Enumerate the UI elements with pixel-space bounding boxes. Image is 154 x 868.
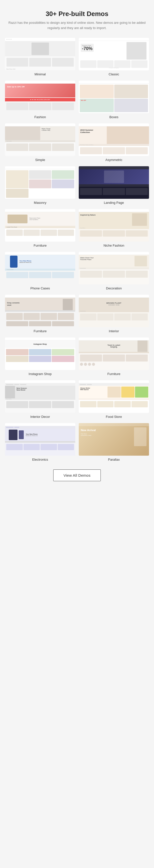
demo-thumbnail-landing[interactable]	[79, 166, 149, 199]
demo-item-phone[interactable]: Your New Phone Needs the Perfect Art Tre…	[5, 252, 75, 290]
demo-label-interior: Interior	[109, 329, 119, 333]
demo-item-niche[interactable]: Inspired by Nature Top Sellers Niche Fas…	[79, 209, 149, 247]
demo-item-decoration[interactable]: Make Home YourFavorite Place New Arrival…	[79, 252, 149, 290]
demo-label-asymmetric: Asymmetric	[106, 158, 122, 162]
view-all-section: View All Demos	[5, 469, 149, 481]
view-all-button[interactable]: View All Demos	[53, 469, 101, 481]
demo-item-fashion[interactable]: Sale up to 10% Off ★ ★ ★ ★ ★ EXTRA 10% O…	[5, 81, 75, 119]
demo-thumbnail-instagram[interactable]: Instagram Shop	[5, 338, 75, 370]
demo-item-furniture3[interactable]: Towel & a planthanging. Furniture	[79, 338, 149, 376]
demo-thumbnail-simple[interactable]: Better Thingsa Better Way Best Sellers	[5, 123, 75, 156]
demo-label-furniture1: Furniture	[34, 244, 46, 247]
demo-thumbnail-electronics[interactable]: Your New Phone Needs the Perfect Art	[5, 423, 75, 456]
section-header: 30+ Pre-built Demos Razzi has the possib…	[5, 10, 149, 31]
demo-thumbnail-furniture3[interactable]: Towel & a planthanging.	[79, 338, 149, 370]
demo-thumbnail-classic[interactable]: Summer Sale -70% Shop by Category	[79, 38, 149, 70]
demo-thumbnail-minimal[interactable]: Best Price 2019	[5, 38, 75, 70]
demo-label-boxes: Boxes	[109, 115, 118, 119]
demo-label-niche: Niche Fashion	[104, 244, 124, 247]
demos-grid: Best Price 2019 Minimal Summer Sale -70%…	[5, 38, 149, 461]
demo-label-electronics: Electronics	[32, 458, 48, 461]
section-title: 30+ Pre-built Demos	[5, 10, 149, 18]
demo-item-interiordecor[interactable]: New SeasonNew Mood Best Sellers Interior…	[5, 380, 75, 418]
demo-label-food: Food Store	[106, 415, 122, 418]
demo-thumbnail-fashion[interactable]: Sale up to 10% Off ★ ★ ★ ★ ★ EXTRA 10% O…	[5, 81, 75, 113]
demo-thumbnail-masonry[interactable]	[5, 166, 75, 199]
demo-label-phone: Phone Cases	[30, 286, 50, 290]
demo-label-furniture3: Furniture	[107, 372, 120, 376]
demo-label-simple: Simple	[35, 158, 45, 162]
demo-thumbnail-asymmetric[interactable]: 2019 SummerCollection Find Color, Cotton…	[79, 123, 149, 156]
demo-thumbnail-interior[interactable]: BROWN PLANT CERAMIC VASE New Arrivals	[79, 295, 149, 327]
demo-label-interiordecor: Interior Decor	[30, 415, 50, 418]
demo-label-masonry: Masonry	[34, 201, 46, 205]
demo-item-classic[interactable]: Summer Sale -70% Shop by Category Classi…	[79, 38, 149, 76]
demo-label-minimal: Minimal	[35, 72, 46, 76]
demo-item-simple[interactable]: Better Thingsa Better Way Best Sellers S…	[5, 123, 75, 162]
demo-thumbnail-furniture2[interactable]: Gray ceramic vase	[5, 295, 75, 327]
demo-label-landing: Landing Page	[104, 201, 124, 205]
demo-item-instagram[interactable]: Instagram Shop Instagram Shop	[5, 338, 75, 376]
demo-item-minimal[interactable]: Best Price 2019 Minimal	[5, 38, 75, 76]
section-subtitle: Razzi has the possibilities to design an…	[5, 20, 149, 31]
page-wrapper: 30+ Pre-built Demos Razzi has the possib…	[0, 0, 154, 491]
demo-thumbnail-phone[interactable]: Your New Phone Needs the Perfect Art Tre…	[5, 252, 75, 284]
demo-label-instagram: Instagram Shop	[29, 372, 52, 376]
demo-label-furniture2: Furniture	[34, 329, 46, 333]
demo-item-asymmetric[interactable]: 2019 SummerCollection Find Color, Cotton…	[79, 123, 149, 162]
demo-item-furniture1[interactable]: Back deck Patioand Gardens Limited Time …	[5, 209, 75, 247]
demo-label-decoration: Decoration	[106, 286, 122, 290]
demo-thumbnail-interiordecor[interactable]: New SeasonNew Mood Best Sellers	[5, 380, 75, 413]
demo-item-masonry[interactable]: Masonry	[5, 166, 75, 205]
demo-label-fashion: Fashion	[34, 115, 46, 119]
demo-thumbnail-food[interactable]: Always BetterWith Spices	[79, 380, 149, 413]
demo-thumbnail-decoration[interactable]: Make Home YourFavorite Place New Arrival…	[79, 252, 149, 284]
demo-thumbnail-parallax[interactable]: New Arrival The NewGeometric Vase	[79, 423, 149, 456]
demo-item-food[interactable]: Always BetterWith Spices Food Store	[79, 380, 149, 418]
demo-item-electronics[interactable]: Your New Phone Needs the Perfect Art Ele…	[5, 423, 75, 461]
demo-thumbnail-furniture1[interactable]: Back deck Patioand Gardens Limited Time …	[5, 209, 75, 242]
demo-item-boxes[interactable]: Boxes	[79, 81, 149, 119]
demo-label-classic: Classic	[109, 72, 119, 76]
demo-item-interior[interactable]: BROWN PLANT CERAMIC VASE New Arrivals In…	[79, 295, 149, 333]
demo-item-furniture2[interactable]: Gray ceramic vase Furniture	[5, 295, 75, 333]
demo-item-parallax[interactable]: New Arrival The NewGeometric Vase Parall…	[79, 423, 149, 461]
demo-label-parallax: Parallax	[108, 458, 120, 461]
demo-thumbnail-niche[interactable]: Inspired by Nature Top Sellers	[79, 209, 149, 242]
demo-thumbnail-boxes[interactable]	[79, 81, 149, 113]
demo-item-landing[interactable]: Landing Page	[79, 166, 149, 205]
